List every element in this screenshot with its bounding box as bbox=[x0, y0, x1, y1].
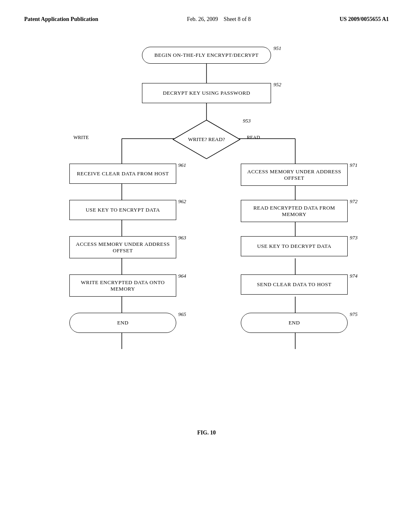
label-963: 963 bbox=[178, 235, 186, 241]
header-center: Feb. 26, 2009 Sheet 8 of 8 bbox=[187, 16, 251, 23]
node-973-text: USE KEY TO DECRYPT DATA bbox=[257, 243, 331, 249]
node-963-text: ACCESS MEMORY UNDER ADDRESS OFFSET bbox=[70, 241, 176, 254]
node-953-diamond: WRITE? READ? bbox=[172, 119, 241, 160]
node-972-text: READ ENCRYPTED DATA FROM MEMORY bbox=[241, 205, 347, 218]
patent-number: US 2009/0055655 A1 bbox=[340, 16, 389, 22]
node-975: END bbox=[241, 313, 348, 333]
node-974: SEND CLEAR DATA TO HOST bbox=[241, 274, 348, 295]
fig-caption-text: FIG. 10 bbox=[197, 430, 216, 436]
node-962-text: USE KEY TO ENCRYPT DATA bbox=[86, 207, 160, 213]
header-left: Patent Application Publication bbox=[24, 16, 98, 23]
label-971: 971 bbox=[350, 162, 358, 168]
node-953-text: WRITE? READ? bbox=[188, 136, 225, 143]
node-952: DECRYPT KEY USING PASSWORD bbox=[142, 83, 271, 103]
label-961: 961 bbox=[178, 162, 186, 168]
read-label: READ bbox=[247, 135, 260, 141]
label-975: 975 bbox=[350, 311, 358, 318]
node-975-text: END bbox=[288, 320, 300, 326]
label-964: 964 bbox=[178, 273, 186, 279]
node-972: READ ENCRYPTED DATA FROM MEMORY bbox=[241, 200, 348, 222]
header: Patent Application Publication Feb. 26, … bbox=[24, 16, 389, 23]
label-972: 972 bbox=[350, 198, 358, 205]
node-964-text: WRITE ENCRYPTED DATA ONTO MEMORY bbox=[70, 279, 176, 292]
page: Patent Application Publication Feb. 26, … bbox=[0, 0, 413, 532]
node-971-text: ACCESS MEMORY UNDER ADDRESS OFFSET bbox=[241, 168, 347, 181]
node-965-text: END bbox=[117, 320, 128, 326]
flowchart-diagram: BEGIN ON-THE-FLY ENCRYPT/DECRYPT 951 DEC… bbox=[33, 39, 380, 422]
node-952-text: DECRYPT KEY USING PASSWORD bbox=[163, 90, 250, 96]
node-951: BEGIN ON-THE-FLY ENCRYPT/DECRYPT bbox=[142, 47, 271, 64]
node-961-text: RECEIVE CLEAR DATA FROM HOST bbox=[77, 170, 169, 177]
node-963: ACCESS MEMORY UNDER ADDRESS OFFSET bbox=[69, 236, 176, 258]
write-label: WRITE bbox=[73, 135, 89, 141]
label-965: 965 bbox=[178, 311, 186, 318]
node-965: END bbox=[69, 313, 176, 333]
node-974-text: SEND CLEAR DATA TO HOST bbox=[257, 281, 332, 288]
header-right: US 2009/0055655 A1 bbox=[340, 16, 389, 23]
label-962: 962 bbox=[178, 198, 186, 205]
node-971: ACCESS MEMORY UNDER ADDRESS OFFSET bbox=[241, 164, 348, 186]
sheet-info: Sheet 8 of 8 bbox=[224, 16, 251, 22]
publication-label: Patent Application Publication bbox=[24, 16, 98, 22]
label-952: 952 bbox=[273, 81, 282, 88]
label-973: 973 bbox=[350, 235, 358, 241]
label-951: 951 bbox=[273, 45, 282, 52]
label-953: 953 bbox=[243, 118, 251, 124]
node-961: RECEIVE CLEAR DATA FROM HOST bbox=[69, 164, 176, 184]
pub-date: Feb. 26, 2009 bbox=[187, 16, 218, 22]
label-974: 974 bbox=[350, 273, 358, 279]
node-973: USE KEY TO DECRYPT DATA bbox=[241, 236, 348, 256]
figure-caption: FIG. 10 bbox=[24, 430, 389, 436]
node-964: WRITE ENCRYPTED DATA ONTO MEMORY bbox=[69, 274, 176, 297]
node-951-text: BEGIN ON-THE-FLY ENCRYPT/DECRYPT bbox=[154, 52, 259, 58]
node-962: USE KEY TO ENCRYPT DATA bbox=[69, 200, 176, 220]
